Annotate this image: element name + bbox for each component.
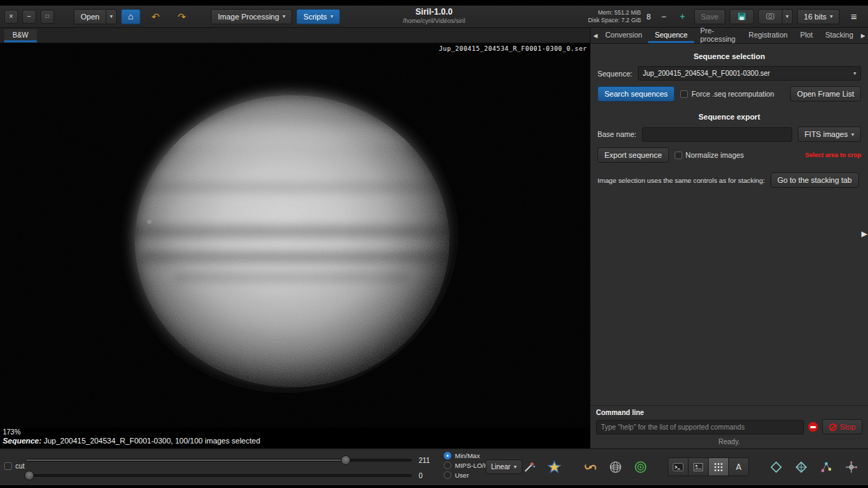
threads-plus-button[interactable]: + (675, 10, 690, 24)
save-as-button[interactable] (730, 9, 754, 24)
dynamic-psf-button[interactable] (842, 458, 860, 476)
normalize-images-checkbox[interactable]: Normalize images (675, 151, 744, 159)
normalize-images-label: Normalize images (686, 151, 744, 159)
tab-registration[interactable]: Registration (742, 28, 794, 43)
psf-nodes-button[interactable] (817, 458, 835, 476)
stacking-note: Image selection uses the same controls a… (597, 177, 765, 184)
scripts-button[interactable]: Scripts▾ (296, 9, 340, 24)
snapshot-dropdown-button[interactable]: ▾ (782, 9, 793, 24)
bit-depth-selector[interactable]: 16 bits▾ (797, 9, 839, 24)
tab-sequence[interactable]: Sequence (648, 28, 693, 43)
base-name-label: Base name: (597, 130, 636, 138)
photometry-button[interactable] (632, 458, 650, 476)
astrometry-button[interactable] (606, 458, 625, 476)
redo-button[interactable]: ↷ (171, 9, 193, 24)
status-text: Ready. (596, 438, 862, 446)
no-entry-icon (808, 422, 818, 432)
image-processing-button[interactable]: Image Processing▾ (211, 9, 292, 24)
disk-space: Disk Space: 7.2 GiB (588, 17, 641, 24)
command-line-title: Command line (596, 409, 862, 416)
bottom-toolbar: cut 211 0 Min/Max MIPS-LO/HI User Linear… (0, 448, 868, 485)
open-button-label: Open (81, 13, 99, 21)
minimize-button[interactable]: − (22, 10, 36, 24)
home-button[interactable]: ⌂ (121, 9, 140, 24)
close-icon: × (9, 13, 13, 20)
slider-track[interactable] (25, 474, 412, 477)
right-panel: ◀ Conversion Sequence Pre-processing Reg… (590, 28, 868, 448)
chevron-down-icon: ▾ (853, 70, 856, 76)
command-status-button[interactable] (808, 422, 818, 432)
open-frame-list-label: Open Frame List (797, 90, 854, 98)
base-name-input[interactable] (642, 127, 792, 142)
viewer-statusbar: 173% Sequence: Jup_200415_204534_R_F0001… (0, 428, 590, 448)
slider-handle[interactable] (24, 471, 34, 480)
working-directory: /home/cyril/Vidéos/siril (403, 17, 465, 24)
wand-button[interactable] (520, 458, 538, 476)
tab-bw[interactable]: B&W (4, 29, 37, 42)
force-seq-recomputation-checkbox[interactable]: Force .seq recomputation (680, 90, 774, 98)
svg-text:A: A (736, 462, 741, 472)
slider-handle[interactable] (341, 455, 351, 465)
radio-dot (444, 462, 451, 469)
menu-button[interactable]: ≡ (844, 9, 864, 24)
open-button[interactable]: Open (74, 9, 106, 24)
display-mode-selector[interactable]: Linear▾ (485, 459, 522, 474)
tabs-scroll-left[interactable]: ◀ (592, 28, 599, 43)
sequence-tab-content: Sequence selection Sequence: Jup_200415_… (590, 44, 868, 196)
tab-stacking[interactable]: Stacking (819, 28, 859, 43)
tab-conversion[interactable]: Conversion (599, 28, 648, 43)
maximize-button[interactable]: □ (40, 10, 54, 24)
deconvolution-button[interactable] (581, 458, 600, 476)
star-picker-button[interactable] (545, 458, 563, 476)
close-button[interactable]: × (4, 10, 18, 24)
stop-button[interactable]: Stop (822, 419, 862, 434)
resource-info: Mem: 551.2 MiB Disk Space: 7.2 GiB (588, 9, 641, 24)
radio-user[interactable]: User (444, 471, 490, 480)
image-canvas[interactable]: Jup_200415_204534_R_F0001-0300_0.ser (0, 43, 590, 428)
annotation-view-button[interactable]: A (728, 457, 749, 476)
terminal-icon (672, 461, 684, 473)
radio-mips-lo-hi[interactable]: MIPS-LO/HI (444, 461, 490, 470)
threads-minus-button[interactable]: − (657, 10, 671, 24)
open-dropdown-button[interactable]: ▾ (106, 9, 117, 24)
cut-checkbox[interactable]: cut (4, 462, 24, 470)
radio-user-label: User (455, 471, 469, 479)
sequence-status: Sequence: Jup_200415_204534_R_F0001-0300… (3, 437, 590, 445)
sequence-status-label: Sequence: (3, 437, 42, 445)
save-button[interactable]: Save (694, 9, 725, 24)
chevron-down-icon: ▾ (786, 13, 789, 19)
grid-view-button[interactable] (708, 457, 729, 476)
slider-track[interactable] (25, 459, 412, 462)
checkbox-box (4, 462, 12, 470)
snapshot-button[interactable] (758, 9, 782, 24)
panel-tabbar: ◀ Conversion Sequence Pre-processing Reg… (590, 28, 868, 44)
low-cutoff-slider[interactable] (25, 470, 412, 481)
search-sequences-button[interactable]: Search sequences (597, 86, 675, 101)
crosshair-points-icon (844, 460, 858, 474)
export-sequence-button[interactable]: Export sequence (597, 147, 669, 163)
console-view-button[interactable] (668, 457, 689, 476)
tabs-scroll-right[interactable]: ▶ (860, 28, 867, 43)
chevron-down-icon: ▾ (851, 131, 854, 138)
goto-stacking-tab-button[interactable]: Go to the stacking tab (771, 172, 859, 188)
sequence-combobox[interactable]: Jup_200415_204534_R_F0001-0300.ser ▾ (638, 66, 861, 81)
scripts-label: Scripts (303, 13, 327, 21)
chevron-down-icon: ▾ (282, 13, 285, 19)
minus-icon: − (661, 12, 666, 22)
command-input[interactable] (596, 420, 804, 434)
tab-pre-processing[interactable]: Pre-processing (694, 28, 743, 43)
high-cutoff-slider[interactable] (25, 455, 412, 466)
tab-plot[interactable]: Plot (794, 28, 819, 43)
export-format-selector[interactable]: FITS images▾ (798, 127, 861, 142)
aperture-button[interactable] (767, 458, 785, 476)
redo-icon: ↷ (178, 11, 186, 22)
radio-min-max[interactable]: Min/Max (444, 451, 490, 460)
undo-button[interactable]: ↶ (145, 9, 167, 24)
view-mode-group: A (668, 457, 749, 476)
chevron-down-icon: ▾ (110, 13, 113, 19)
panel-collapse-handle[interactable]: ▶ (862, 229, 867, 238)
image-view-button[interactable] (688, 457, 709, 476)
radio-dot (444, 452, 451, 459)
open-frame-list-button[interactable]: Open Frame List (790, 86, 861, 101)
aperture-grid-button[interactable] (792, 458, 810, 476)
